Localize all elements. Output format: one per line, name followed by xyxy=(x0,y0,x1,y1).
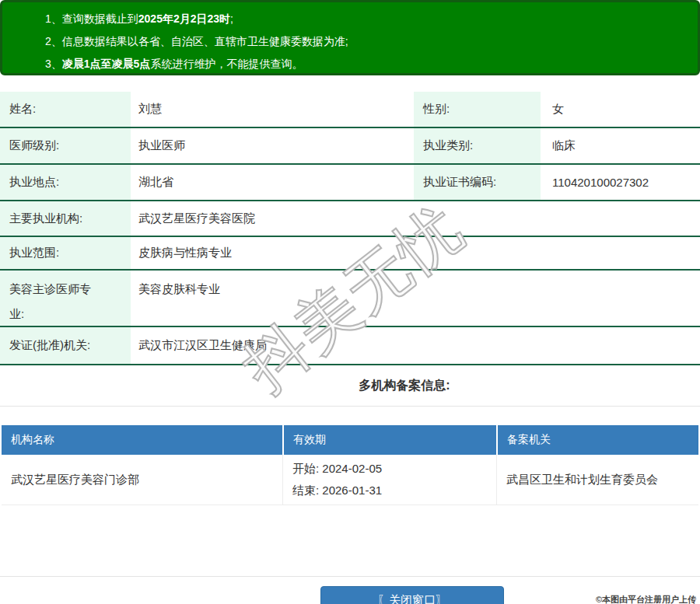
org-name-column-header: 机构名称 xyxy=(2,425,282,455)
notice-line-2: 2、信息数据结果以各省、自治区、直辖市卫生健康委数据为准; xyxy=(45,30,690,53)
practice-category-value: 临床 xyxy=(541,128,700,163)
certificate-number-label: 执业证书编码: xyxy=(414,165,541,200)
notice-line-3-text: 3、 xyxy=(45,58,62,70)
footer-divider xyxy=(0,576,700,577)
practice-location-value: 湖北省 xyxy=(131,165,414,200)
doctor-level-label: 医师级别: xyxy=(0,128,131,163)
notice-line-1: 1、查询数据截止到2025年2月2日23时; xyxy=(45,8,690,30)
validity-end: 结束: 2026-01-31 xyxy=(292,480,382,501)
filing-table-header: 机构名称 有效期 备案机关 xyxy=(2,425,698,455)
practice-scope-value: 皮肤病与性病专业 xyxy=(131,237,700,269)
notice-line-1-tail: ; xyxy=(230,12,233,25)
issuing-authority-label: 发证(批准)机关: xyxy=(0,327,131,364)
practitioner-info-table: 姓名: 刘慧 性别: 女 医师级别: 执业医师 执业类别: 临床 执业地点: 湖… xyxy=(0,92,700,365)
notice-line-1-bold: 2025年2月2日23时 xyxy=(138,12,230,25)
close-window-button[interactable]: 〖关闭窗口〗 xyxy=(320,586,504,604)
section-divider xyxy=(0,406,700,407)
gender-label: 性别: xyxy=(414,92,541,127)
info-row-issuing-authority: 发证(批准)机关: 武汉市江汉区卫生健康局 xyxy=(0,327,700,365)
issuing-authority-value: 武汉市江汉区卫生健康局 xyxy=(131,327,700,364)
notice-box: 1、查询数据截止到2025年2月2日23时; 2、信息数据结果以各省、自治区、直… xyxy=(0,0,700,75)
validity-column-header: 有效期 xyxy=(282,425,496,455)
info-row-main-institution: 主要执业机构: 武汉艺星医疗美容医院 xyxy=(0,201,700,237)
footer: 〖关闭窗口〗 ©本图由平台注册用户上传 xyxy=(0,586,700,604)
name-label: 姓名: xyxy=(0,92,131,127)
doctor-level-value: 执业医师 xyxy=(131,128,414,163)
gender-value: 女 xyxy=(541,92,700,127)
name-value: 刘慧 xyxy=(131,92,414,127)
notice-line-3-tail: 系统进行维护，不能提供查询。 xyxy=(150,58,303,70)
main-institution-label: 主要执业机构: xyxy=(0,201,131,236)
practice-scope-label: 执业范围: xyxy=(0,237,131,269)
cosmetic-specialty-value: 美容皮肤科专业 xyxy=(131,271,700,326)
filing-authority-cell: 武昌区卫生和计划生育委员会 xyxy=(496,455,698,504)
filing-authority-column-header: 备案机关 xyxy=(496,425,698,455)
practice-category-label: 执业类别: xyxy=(414,128,541,163)
notice-line-2-text: 2、信息数据结果以各省、自治区、直辖市卫生健康委数据为准; xyxy=(45,35,348,47)
cosmetic-specialty-label: 美容主诊医师专业: xyxy=(0,271,131,326)
practice-location-label: 执业地点: xyxy=(0,165,131,200)
info-row-cosmetic-specialty: 美容主诊医师专业: 美容皮肤科专业 xyxy=(0,271,700,327)
validity-cell: 开始: 2024-02-05 结束: 2026-01-31 xyxy=(282,455,496,504)
validity-start: 开始: 2024-02-05 xyxy=(292,458,382,480)
main-institution-value: 武汉艺星医疗美容医院 xyxy=(131,201,700,236)
notice-line-1-text: 1、查询数据截止到 xyxy=(45,12,138,25)
notice-line-3: 3、凌晨1点至凌晨5点系统进行维护，不能提供查询。 xyxy=(45,53,690,75)
info-row-practice-scope: 执业范围: 皮肤病与性病专业 xyxy=(0,237,700,271)
org-name-cell: 武汉艺星医疗美容门诊部 xyxy=(2,455,282,504)
copyright-note: ©本图由平台注册用户上传 xyxy=(596,594,696,604)
certificate-number-value: 110420100027302 xyxy=(541,165,700,200)
info-row-name-gender: 姓名: 刘慧 性别: 女 xyxy=(0,92,700,128)
notice-line-3-bold: 凌晨1点至凌晨5点 xyxy=(62,58,151,70)
info-row-level-category: 医师级别: 执业医师 执业类别: 临床 xyxy=(0,128,700,165)
multi-institution-section-title: 多机构备案信息: xyxy=(54,378,700,394)
filing-table-row: 武汉艺星医疗美容门诊部 开始: 2024-02-05 结束: 2026-01-3… xyxy=(2,455,698,505)
filing-table: 机构名称 有效期 备案机关 武汉艺星医疗美容门诊部 开始: 2024-02-05… xyxy=(2,425,698,505)
info-row-location-certno: 执业地点: 湖北省 执业证书编码: 110420100027302 xyxy=(0,165,700,201)
